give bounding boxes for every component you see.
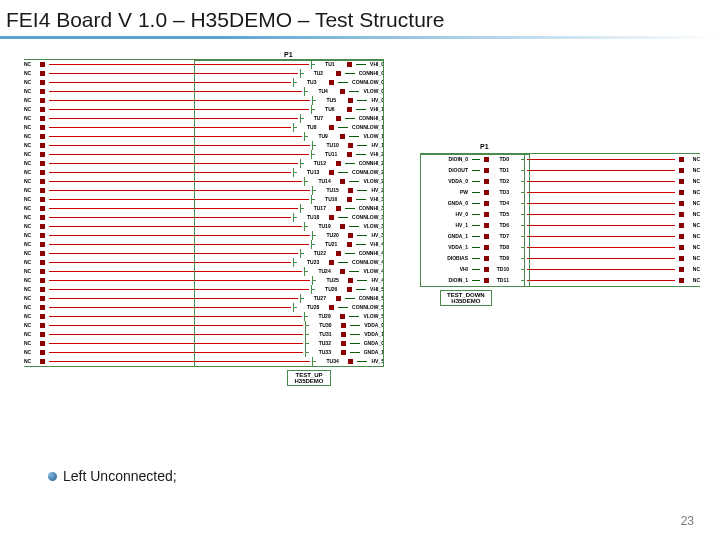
pin-square-icon bbox=[40, 233, 45, 238]
nc-label: NC bbox=[24, 62, 40, 67]
nc-label: NC bbox=[684, 190, 700, 195]
wire bbox=[527, 225, 675, 226]
pin-square-icon bbox=[40, 224, 45, 229]
nc-label: NC bbox=[24, 287, 40, 292]
pin-square-icon bbox=[40, 152, 45, 157]
pin-square-icon bbox=[40, 296, 45, 301]
pin-square-icon bbox=[40, 80, 45, 85]
page-number: 23 bbox=[681, 514, 694, 528]
pin-square-icon bbox=[40, 206, 45, 211]
nc-label: NC bbox=[684, 212, 700, 217]
nc-label: NC bbox=[24, 242, 40, 247]
right-block-footer: TEST_DOWN H35DEMO bbox=[440, 290, 492, 306]
nc-label: NC bbox=[24, 116, 40, 121]
nc-label: NC bbox=[24, 323, 40, 328]
nc-label: NC bbox=[24, 197, 40, 202]
nc-label: NC bbox=[24, 170, 40, 175]
nc-label: NC bbox=[684, 245, 700, 250]
nc-label: NC bbox=[24, 188, 40, 193]
nc-label: NC bbox=[24, 107, 40, 112]
pin-square-icon bbox=[40, 170, 45, 175]
right-diagram: P1 DIOIN_0TD0NCDIOOUTTD1NCVDDA_0TD2NCPWT… bbox=[420, 153, 700, 307]
pin-square-icon bbox=[40, 359, 45, 364]
pin-square-icon bbox=[40, 71, 45, 76]
bullet-icon bbox=[48, 472, 57, 481]
nc-label: NC bbox=[24, 152, 40, 157]
wire bbox=[527, 159, 675, 160]
wire bbox=[527, 269, 675, 270]
pin-square-icon bbox=[40, 179, 45, 184]
pin-square-icon bbox=[40, 188, 45, 193]
pin-square-icon bbox=[40, 161, 45, 166]
nc-label: NC bbox=[24, 341, 40, 346]
nc-label: NC bbox=[24, 260, 40, 265]
wire bbox=[527, 247, 675, 248]
wire bbox=[527, 181, 675, 182]
nc-label: NC bbox=[24, 89, 40, 94]
pin-square-icon bbox=[40, 197, 45, 202]
nc-label: NC bbox=[24, 305, 40, 310]
pin-square-icon bbox=[40, 305, 45, 310]
pin-square-icon bbox=[40, 278, 45, 283]
nc-label: NC bbox=[24, 98, 40, 103]
nc-label: NC bbox=[684, 179, 700, 184]
pin-square-icon bbox=[40, 323, 45, 328]
pin-square-icon bbox=[40, 269, 45, 274]
left-block-header: P1 bbox=[284, 51, 293, 58]
pin-square-icon bbox=[40, 125, 45, 130]
pin-square-icon bbox=[40, 332, 45, 337]
right-block-header: P1 bbox=[480, 143, 489, 150]
nc-label: NC bbox=[24, 206, 40, 211]
nc-label: NC bbox=[24, 278, 40, 283]
nc-label: NC bbox=[24, 71, 40, 76]
nc-label: NC bbox=[24, 134, 40, 139]
wire bbox=[527, 236, 675, 237]
nc-label: NC bbox=[24, 80, 40, 85]
nc-label: NC bbox=[24, 251, 40, 256]
left-diagram: P1 NCTU1VHI_0NCTU2CONNHI_0NCTU3CONNLOW_0… bbox=[24, 59, 384, 387]
pin-square-icon bbox=[40, 215, 45, 220]
nc-label: NC bbox=[24, 215, 40, 220]
pin-square-icon bbox=[40, 98, 45, 103]
wire bbox=[527, 258, 675, 259]
pin-square-icon bbox=[40, 62, 45, 67]
nc-label: NC bbox=[24, 296, 40, 301]
nc-label: NC bbox=[684, 234, 700, 239]
nc-label: NC bbox=[24, 179, 40, 184]
pin-square-icon bbox=[40, 134, 45, 139]
nc-label: NC bbox=[24, 359, 40, 364]
nc-label: NC bbox=[684, 223, 700, 228]
wire bbox=[527, 214, 675, 215]
wire bbox=[527, 203, 675, 204]
pin-square-icon bbox=[40, 251, 45, 256]
pin-square-icon bbox=[40, 89, 45, 94]
nc-label: NC bbox=[24, 161, 40, 166]
nc-label: NC bbox=[684, 157, 700, 162]
wire bbox=[527, 280, 675, 281]
nc-label: NC bbox=[684, 201, 700, 206]
nc-label: NC bbox=[684, 168, 700, 173]
page-title: FEI4 Board V 1.0 – H35DEMO – Test Struct… bbox=[0, 0, 720, 36]
pin-square-icon bbox=[40, 143, 45, 148]
pin-square-icon bbox=[40, 287, 45, 292]
nc-label: NC bbox=[684, 267, 700, 272]
left-block-footer: TEST_UP H35DEMO bbox=[287, 370, 330, 386]
bullet-item: Left Unconnected; bbox=[48, 468, 177, 484]
nc-label: NC bbox=[24, 143, 40, 148]
pin-square-icon bbox=[40, 350, 45, 355]
pin-square-icon bbox=[40, 341, 45, 346]
nc-label: NC bbox=[24, 314, 40, 319]
nc-label: NC bbox=[24, 233, 40, 238]
nc-label: NC bbox=[24, 224, 40, 229]
wire bbox=[527, 192, 675, 193]
title-underline bbox=[0, 36, 720, 39]
nc-label: NC bbox=[684, 256, 700, 261]
pin-square-icon bbox=[40, 314, 45, 319]
pin-square-icon bbox=[40, 260, 45, 265]
pin-square-icon bbox=[40, 242, 45, 247]
nc-label: NC bbox=[24, 125, 40, 130]
pin-square-icon bbox=[40, 116, 45, 121]
nc-label: NC bbox=[24, 269, 40, 274]
wire bbox=[527, 170, 675, 171]
nc-label: NC bbox=[24, 332, 40, 337]
